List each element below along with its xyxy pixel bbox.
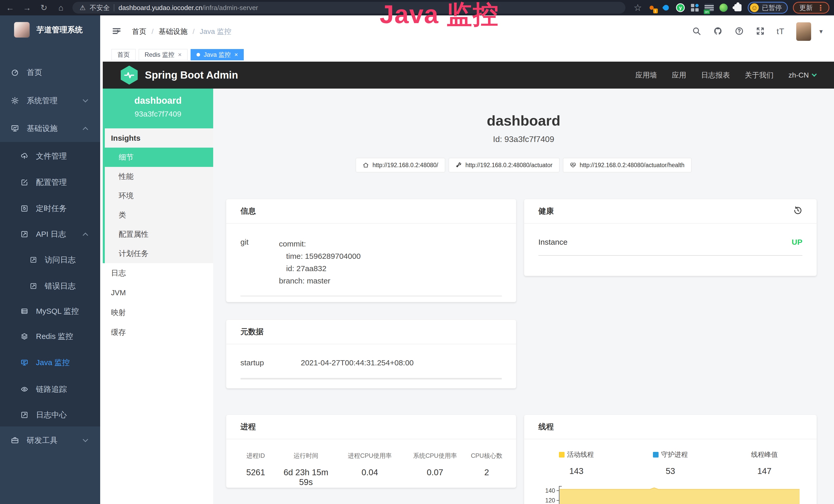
topbar-actions: tT ▾ (692, 22, 823, 41)
sidebar-item-trace[interactable]: 链路追踪 (0, 378, 100, 401)
address-bar[interactable]: ⚠ 不安全 dashboard.yudao.iocoder.cn/infra/a… (72, 2, 626, 14)
scroll-gutter (100, 62, 103, 504)
sidebar-item-dev-tools[interactable]: 研发工具 (0, 429, 100, 452)
sba-header: Spring Boot Admin 应用墙 应用 日志报表 关于我们 zh-CN (103, 62, 834, 89)
instance-id-line: Id: 93a3fc7f7409 (213, 135, 834, 144)
sba-item-jvm[interactable]: JVM (103, 283, 213, 303)
instance-name: dashboard (103, 95, 213, 106)
sba-item-mappings[interactable]: 映射 (103, 303, 213, 322)
sidebar-item-config-mgmt[interactable]: 配置管理 (0, 171, 100, 194)
back-icon[interactable]: ← (5, 0, 16, 16)
sba-item-metrics[interactable]: 性能 (105, 167, 213, 186)
extensions-puzzle-icon[interactable] (733, 3, 743, 12)
sba-item-classes[interactable]: 类 (105, 205, 213, 225)
bookmark-star-icon[interactable]: ☆ (634, 2, 642, 13)
info-line: branch: master (279, 275, 360, 287)
threads-area-chart: 140 120 100 (540, 485, 802, 504)
sba-nav-applications[interactable]: 应用 (672, 70, 686, 80)
sba-item-environment[interactable]: 环境 (105, 186, 213, 205)
health-instance-row[interactable]: Instance UP (539, 238, 803, 247)
sidebar-item-system-mgmt[interactable]: 系统管理 (0, 89, 100, 112)
sba-item-config-props[interactable]: 配置属性 (105, 225, 213, 244)
briefcase-icon (11, 436, 19, 444)
sidebar-item-label: 日志中心 (36, 410, 67, 420)
info-value: commit: time: 1596289704000 id: 27aa832 … (279, 238, 360, 287)
sba-locale-select[interactable]: zh-CN (789, 71, 816, 79)
help-icon[interactable] (734, 26, 744, 37)
sidebar-item-infrastructure[interactable]: 基础设施 (0, 117, 100, 140)
tab-redis-monitor[interactable]: Redis 监控 × (139, 49, 188, 60)
legend-swatch-blue (653, 452, 659, 458)
process-col-value: 0.04 (336, 467, 404, 477)
extension-pin-icon[interactable] (661, 3, 671, 12)
database-server-icon (21, 307, 28, 315)
avatar-caret-icon[interactable]: ▾ (819, 27, 823, 36)
chevron-down-icon (812, 72, 817, 77)
health-url-button[interactable]: http://192.168.0.2:48080/actuator/health (563, 158, 692, 172)
spring-boot-admin-logo-icon (121, 66, 138, 85)
sidebar-item-log-center[interactable]: 日志中心 (0, 403, 100, 427)
home-icon[interactable]: ⌂ (56, 0, 66, 16)
health-row-label: Instance (539, 238, 567, 247)
tab-home[interactable]: 首页 (111, 49, 136, 60)
extension-green-y-icon[interactable]: y (676, 3, 685, 12)
sidebar-item-redis-monitor[interactable]: Redis 监控 (0, 325, 100, 348)
user-avatar[interactable] (796, 22, 811, 41)
sidebar-item-mysql-monitor[interactable]: MySQL 监控 (0, 300, 100, 323)
chrome-update-button[interactable]: 更新 ⋮ (793, 2, 829, 14)
hamburger-icon[interactable] (111, 26, 122, 37)
sba-instance-header[interactable]: dashboard 93a3fc7f7409 (103, 89, 213, 129)
sba-item-logs[interactable]: 日志 (103, 263, 213, 283)
font-size-icon[interactable]: tT (777, 27, 785, 36)
sidebar-item-file-mgmt[interactable]: 文件管理 (0, 144, 100, 168)
browser-menu-kebab-icon[interactable]: ⋮ (817, 3, 825, 12)
sidebar-item-error-logs[interactable]: 错误日志 (0, 274, 100, 298)
sba-nav-journal[interactable]: 日志报表 (701, 70, 730, 80)
sba-nav-about[interactable]: 关于我们 (745, 70, 774, 80)
home-icon (363, 162, 369, 168)
info-line: commit: (279, 238, 360, 250)
breadcrumb-home[interactable]: 首页 (132, 27, 147, 37)
sba-item-caches[interactable]: 缓存 (103, 322, 213, 342)
extension-colorzilla-icon[interactable]: 1 (647, 3, 656, 12)
url-path: /infra/admin-server (202, 4, 258, 12)
page-title: dashboard (213, 112, 834, 129)
metadata-card: 元数据 startup 2021-04-27T00:44:31.254+08:0… (226, 320, 516, 388)
profile-paused-badge[interactable]: ☺ 已暂停 (748, 2, 788, 14)
sidebar-item-scheduled-jobs[interactable]: 定时任务 (0, 197, 100, 220)
chevron-up-icon (83, 127, 88, 132)
fullscreen-icon[interactable] (756, 26, 765, 37)
actuator-url-button[interactable]: http://192.168.0.2:48080/actuator (449, 158, 559, 172)
tab-java-monitor[interactable]: Java 监控 × (191, 49, 244, 60)
reload-icon[interactable]: ↻ (39, 0, 49, 16)
security-label: 不安全 (90, 3, 110, 12)
annotation-java-monitor: Java 监控 (380, 0, 499, 32)
extension-leaf-icon[interactable] (719, 3, 728, 12)
instance-hero: dashboard Id: 93a3fc7f7409 http://192.16… (213, 89, 834, 172)
process-col-value: 5261 (235, 467, 276, 477)
close-icon[interactable]: × (178, 51, 182, 58)
history-icon[interactable] (793, 206, 803, 217)
breadcrumb-infrastructure[interactable]: 基础设施 (159, 27, 188, 37)
sba-sidebar: dashboard 93a3fc7f7409 Insights 细节 性能 环境… (103, 89, 213, 504)
sidebar-item-api-logs[interactable]: API 日志 (0, 223, 100, 246)
sidebar-item-label: 研发工具 (27, 435, 58, 446)
forward-icon[interactable]: → (22, 0, 32, 16)
sidebar-item-access-logs[interactable]: 访问日志 (0, 248, 100, 271)
sidebar-item-java-monitor[interactable]: Java 监控 (0, 351, 100, 374)
process-card: 进程 进程ID5261 运行时间6d 23h 15m 59s 进程CPU使用率0… (226, 415, 516, 488)
sba-item-scheduled-tasks[interactable]: 计划任务 (105, 244, 213, 263)
legend-label: 活动线程 (567, 450, 594, 459)
close-icon[interactable]: × (234, 51, 238, 58)
chevron-down-icon (83, 97, 88, 102)
search-icon[interactable] (692, 26, 701, 37)
sidebar-item-home[interactable]: 首页 (0, 61, 100, 84)
sba-brand-title[interactable]: Spring Boot Admin (145, 69, 238, 81)
github-icon[interactable] (713, 26, 723, 37)
sba-item-details[interactable]: 细节 (105, 147, 213, 167)
extension-grid-icon[interactable] (690, 3, 699, 12)
sba-nav-wallboard[interactable]: 应用墙 (635, 70, 657, 80)
extension-list-on-icon[interactable]: on (705, 3, 714, 12)
service-url-button[interactable]: http://192.168.0.2:48080/ (356, 158, 445, 172)
sidebar-item-label: 文件管理 (36, 151, 67, 161)
